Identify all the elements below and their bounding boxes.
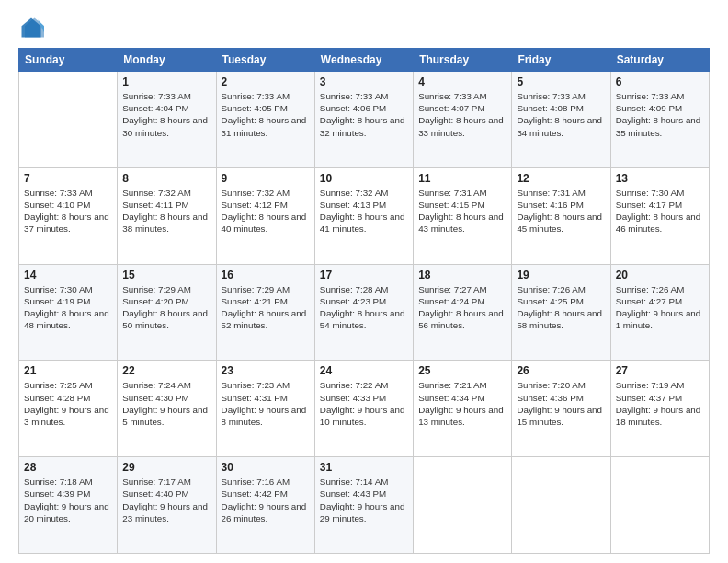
day-cell: 18Sunrise: 7:27 AMSunset: 4:24 PMDayligh… — [414, 264, 512, 361]
day-cell: 17Sunrise: 7:28 AMSunset: 4:23 PMDayligh… — [314, 264, 413, 361]
day-number: 5 — [517, 75, 605, 88]
day-cell: 6Sunrise: 7:33 AMSunset: 4:09 PMDaylight… — [610, 72, 709, 168]
day-number: 3 — [320, 75, 408, 88]
day-number: 6 — [616, 75, 704, 88]
day-cell — [512, 457, 610, 554]
weekday-header-sunday: Sunday — [19, 49, 118, 72]
day-cell: 15Sunrise: 7:29 AMSunset: 4:20 PMDayligh… — [118, 264, 216, 361]
calendar-header: SundayMondayTuesdayWednesdayThursdayFrid… — [19, 49, 710, 72]
day-info: Sunrise: 7:33 AMSunset: 4:10 PMDaylight:… — [24, 187, 112, 236]
day-cell: 28Sunrise: 7:18 AMSunset: 4:39 PMDayligh… — [19, 457, 118, 554]
weekday-header-tuesday: Tuesday — [216, 49, 314, 72]
day-cell — [610, 457, 709, 554]
day-cell: 16Sunrise: 7:29 AMSunset: 4:21 PMDayligh… — [216, 264, 314, 361]
day-info: Sunrise: 7:33 AMSunset: 4:05 PMDaylight:… — [222, 90, 310, 139]
day-number: 29 — [122, 461, 210, 474]
day-number: 26 — [517, 364, 605, 377]
day-cell: 14Sunrise: 7:30 AMSunset: 4:19 PMDayligh… — [19, 264, 118, 361]
day-info: Sunrise: 7:31 AMSunset: 4:16 PMDaylight:… — [517, 187, 605, 236]
day-cell: 12Sunrise: 7:31 AMSunset: 4:16 PMDayligh… — [512, 167, 610, 264]
day-number: 1 — [122, 75, 210, 88]
day-info: Sunrise: 7:30 AMSunset: 4:19 PMDaylight:… — [24, 283, 112, 332]
day-cell: 30Sunrise: 7:16 AMSunset: 4:42 PMDayligh… — [216, 457, 314, 554]
day-info: Sunrise: 7:17 AMSunset: 4:40 PMDaylight:… — [122, 476, 210, 524]
logo-icon — [18, 15, 44, 40]
day-info: Sunrise: 7:21 AMSunset: 4:34 PMDaylight:… — [418, 379, 506, 428]
day-cell: 23Sunrise: 7:23 AMSunset: 4:31 PMDayligh… — [216, 361, 314, 457]
day-cell: 26Sunrise: 7:20 AMSunset: 4:36 PMDayligh… — [512, 361, 610, 457]
weekday-header-monday: Monday — [118, 49, 216, 72]
weekday-header-saturday: Saturday — [610, 49, 709, 72]
day-number: 9 — [222, 172, 310, 185]
day-number: 22 — [122, 364, 210, 377]
day-info: Sunrise: 7:19 AMSunset: 4:37 PMDaylight:… — [616, 379, 704, 428]
day-number: 28 — [24, 461, 112, 474]
day-info: Sunrise: 7:27 AMSunset: 4:24 PMDaylight:… — [418, 283, 506, 332]
day-info: Sunrise: 7:14 AMSunset: 4:43 PMDaylight:… — [320, 476, 408, 524]
page: SundayMondayTuesdayWednesdayThursdayFrid… — [0, 0, 728, 563]
day-number: 25 — [418, 364, 506, 377]
day-info: Sunrise: 7:18 AMSunset: 4:39 PMDaylight:… — [24, 476, 112, 524]
day-info: Sunrise: 7:28 AMSunset: 4:23 PMDaylight:… — [320, 283, 408, 332]
day-number: 4 — [418, 75, 506, 88]
day-info: Sunrise: 7:32 AMSunset: 4:12 PMDaylight:… — [222, 187, 310, 236]
day-info: Sunrise: 7:29 AMSunset: 4:20 PMDaylight:… — [122, 283, 210, 332]
header — [18, 15, 710, 40]
calendar-body: 1Sunrise: 7:33 AMSunset: 4:04 PMDaylight… — [19, 72, 710, 554]
day-number: 2 — [222, 75, 310, 88]
day-number: 21 — [24, 364, 112, 377]
calendar-table: SundayMondayTuesdayWednesdayThursdayFrid… — [18, 48, 710, 554]
week-row-2: 14Sunrise: 7:30 AMSunset: 4:19 PMDayligh… — [19, 264, 710, 361]
day-info: Sunrise: 7:33 AMSunset: 4:04 PMDaylight:… — [122, 90, 210, 139]
day-number: 27 — [616, 364, 704, 377]
day-info: Sunrise: 7:23 AMSunset: 4:31 PMDaylight:… — [222, 379, 310, 428]
day-number: 7 — [24, 172, 112, 185]
day-number: 19 — [517, 269, 605, 282]
day-number: 30 — [222, 461, 310, 474]
day-cell: 25Sunrise: 7:21 AMSunset: 4:34 PMDayligh… — [414, 361, 512, 457]
day-info: Sunrise: 7:33 AMSunset: 4:07 PMDaylight:… — [418, 90, 506, 139]
svg-marker-1 — [25, 18, 44, 38]
week-row-1: 7Sunrise: 7:33 AMSunset: 4:10 PMDaylight… — [19, 167, 710, 264]
day-info: Sunrise: 7:30 AMSunset: 4:17 PMDaylight:… — [616, 187, 704, 236]
day-info: Sunrise: 7:20 AMSunset: 4:36 PMDaylight:… — [517, 379, 605, 428]
day-cell: 2Sunrise: 7:33 AMSunset: 4:05 PMDaylight… — [216, 72, 314, 168]
day-number: 15 — [122, 269, 210, 282]
day-number: 14 — [24, 269, 112, 282]
day-number: 12 — [517, 172, 605, 185]
day-info: Sunrise: 7:22 AMSunset: 4:33 PMDaylight:… — [320, 379, 408, 428]
day-cell: 5Sunrise: 7:33 AMSunset: 4:08 PMDaylight… — [512, 72, 610, 168]
day-number: 11 — [418, 172, 506, 185]
weekday-header-wednesday: Wednesday — [314, 49, 413, 72]
day-cell: 13Sunrise: 7:30 AMSunset: 4:17 PMDayligh… — [610, 167, 709, 264]
day-cell — [414, 457, 512, 554]
day-cell: 27Sunrise: 7:19 AMSunset: 4:37 PMDayligh… — [610, 361, 709, 457]
day-cell: 24Sunrise: 7:22 AMSunset: 4:33 PMDayligh… — [314, 361, 413, 457]
day-info: Sunrise: 7:24 AMSunset: 4:30 PMDaylight:… — [122, 379, 210, 428]
day-number: 8 — [122, 172, 210, 185]
day-info: Sunrise: 7:26 AMSunset: 4:27 PMDaylight:… — [616, 283, 704, 332]
day-cell: 3Sunrise: 7:33 AMSunset: 4:06 PMDaylight… — [314, 72, 413, 168]
day-cell — [19, 72, 118, 168]
day-number: 10 — [320, 172, 408, 185]
day-cell: 21Sunrise: 7:25 AMSunset: 4:28 PMDayligh… — [19, 361, 118, 457]
day-cell: 11Sunrise: 7:31 AMSunset: 4:15 PMDayligh… — [414, 167, 512, 264]
day-cell: 19Sunrise: 7:26 AMSunset: 4:25 PMDayligh… — [512, 264, 610, 361]
day-info: Sunrise: 7:26 AMSunset: 4:25 PMDaylight:… — [517, 283, 605, 332]
day-cell: 1Sunrise: 7:33 AMSunset: 4:04 PMDaylight… — [118, 72, 216, 168]
week-row-3: 21Sunrise: 7:25 AMSunset: 4:28 PMDayligh… — [19, 361, 710, 457]
day-info: Sunrise: 7:32 AMSunset: 4:11 PMDaylight:… — [122, 187, 210, 236]
day-info: Sunrise: 7:29 AMSunset: 4:21 PMDaylight:… — [222, 283, 310, 332]
day-info: Sunrise: 7:33 AMSunset: 4:06 PMDaylight:… — [320, 90, 408, 139]
day-cell: 31Sunrise: 7:14 AMSunset: 4:43 PMDayligh… — [314, 457, 413, 554]
day-number: 17 — [320, 269, 408, 282]
weekday-header-friday: Friday — [512, 49, 610, 72]
day-number: 20 — [616, 269, 704, 282]
day-cell: 8Sunrise: 7:32 AMSunset: 4:11 PMDaylight… — [118, 167, 216, 264]
day-cell: 7Sunrise: 7:33 AMSunset: 4:10 PMDaylight… — [19, 167, 118, 264]
day-number: 18 — [418, 269, 506, 282]
day-number: 23 — [222, 364, 310, 377]
day-info: Sunrise: 7:16 AMSunset: 4:42 PMDaylight:… — [222, 476, 310, 524]
day-number: 13 — [616, 172, 704, 185]
weekday-row: SundayMondayTuesdayWednesdayThursdayFrid… — [19, 49, 710, 72]
